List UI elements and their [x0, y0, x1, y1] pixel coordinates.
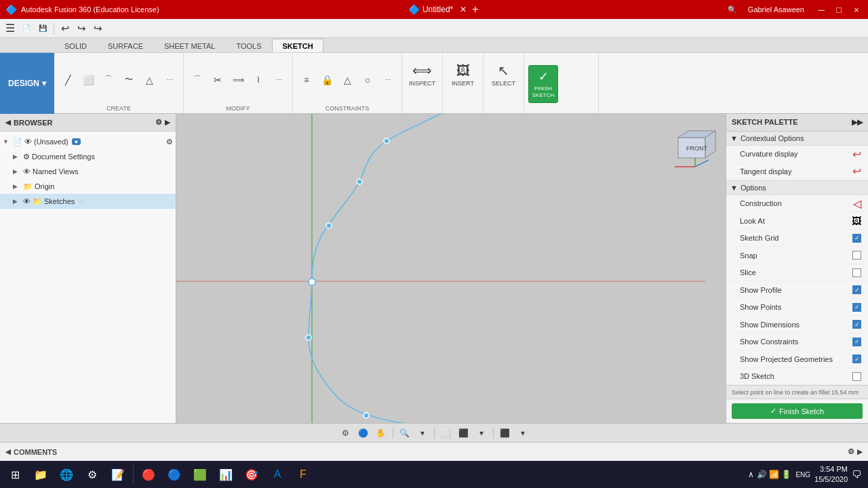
new-btn[interactable]: 📄 — [19, 21, 34, 36]
palette-section-options[interactable]: ▼ Options — [726, 180, 868, 195]
lock-icon[interactable]: 🔒 — [317, 70, 336, 89]
pan-btn[interactable]: 🔵 — [356, 426, 371, 441]
doc-close-icon[interactable]: ✕ — [460, 5, 467, 14]
browser-collapse-icon[interactable]: ◀ — [5, 119, 11, 126]
tab-solid[interactable]: SOLID — [54, 39, 97, 52]
tree-item-named-views[interactable]: ▶ 👁 Named Views — [0, 164, 176, 179]
trim-icon[interactable]: ✂ — [208, 70, 227, 89]
settings-taskbar-btn[interactable]: ⚙ — [80, 462, 104, 487]
triangle-icon[interactable]: △ — [338, 70, 357, 89]
tab-surface[interactable]: SURFACE — [98, 39, 153, 52]
tree-settings-icon[interactable]: ⚙ — [166, 138, 173, 146]
fit-btn[interactable]: ✋ — [374, 426, 389, 441]
tree-item-doc-settings[interactable]: ▶ ⚙ Document Settings — [0, 149, 176, 164]
select-btn[interactable]: ↖ SELECT — [489, 56, 519, 94]
circle-icon[interactable]: ○ — [358, 70, 377, 89]
save-btn[interactable]: 💾 — [35, 21, 50, 36]
zoom-arrow[interactable]: ▾ — [415, 426, 430, 441]
palette-expand-icon[interactable]: ▶▶ — [852, 118, 863, 127]
palette-row-3d-sketch[interactable]: 3D Sketch — [726, 368, 868, 386]
palette-row-show-dimensions[interactable]: Show Dimensions ✓ — [726, 316, 868, 333]
rectangle-icon[interactable]: ⬜ — [79, 70, 98, 89]
insert-btn[interactable]: 🖼 INSERT — [448, 56, 478, 94]
close-btn[interactable]: × — [850, 3, 863, 16]
app3-btn[interactable]: 🟩 — [188, 462, 212, 487]
tree-item-origin[interactable]: ▶ 📁 Origin — [0, 179, 176, 194]
spline-icon[interactable]: 〜 — [119, 70, 138, 89]
more-create[interactable]: ⋯ — [160, 70, 179, 89]
palette-row-show-profile[interactable]: Show Profile ✓ — [726, 281, 868, 299]
grid-arrow[interactable]: ▾ — [474, 426, 489, 441]
tab-tools[interactable]: TOOLS — [226, 39, 271, 52]
palette-row-show-projected[interactable]: Show Projected Geometries ✓ — [726, 350, 868, 368]
redo2-btn[interactable]: ↪ — [90, 21, 105, 36]
tab-sketch[interactable]: SKETCH — [272, 39, 323, 52]
tree-item-unsaved[interactable]: ▼ 📄 👁 (Unsaved) ● ⚙ — [0, 134, 176, 149]
tree-eye-sketches[interactable]: 👁 — [23, 197, 31, 205]
fillet-icon[interactable]: ⌒ — [188, 70, 207, 89]
arc-icon[interactable]: ⌒ — [99, 70, 118, 89]
orbit-btn[interactable]: ⚙ — [338, 426, 353, 441]
palette-row-slice[interactable]: Slice — [726, 264, 868, 282]
browser-expand-icon[interactable]: ▶ — [165, 119, 170, 126]
snap-checkbox[interactable] — [852, 251, 861, 260]
language-indicator[interactable]: ENG — [795, 471, 810, 479]
app1-btn[interactable]: 🔴 — [136, 462, 161, 487]
polygon-icon[interactable]: △ — [140, 70, 159, 89]
start-btn[interactable]: ⊞ — [3, 462, 27, 487]
app2-btn[interactable]: 🔵 — [162, 462, 186, 487]
snap-mode-btn[interactable]: ⬛ — [498, 426, 513, 441]
show-projected-checkbox[interactable]: ✓ — [852, 354, 861, 363]
tab-sheet-metal[interactable]: SHEET METAL — [154, 39, 225, 52]
tree-eye-icon[interactable]: 👁 — [24, 138, 32, 146]
palette-row-show-points[interactable]: Show Points ✓ — [726, 299, 868, 317]
palette-row-tangent[interactable]: Tangent display ↩ — [726, 163, 868, 181]
palette-row-construction[interactable]: Construction ◁ — [726, 195, 868, 213]
comments-collapse[interactable]: ◀ — [5, 448, 11, 455]
canvas[interactable]: FRONT — [176, 114, 726, 423]
app4-btn[interactable]: 📊 — [214, 462, 238, 487]
comments-settings[interactable]: ⚙ — [848, 447, 854, 456]
break-icon[interactable]: ⌇ — [249, 70, 268, 89]
minimize-btn[interactable]: ─ — [815, 3, 827, 16]
notification-icon[interactable]: 🗨 — [852, 469, 861, 480]
tree-item-sketches[interactable]: ▶ 👁 📁 Sketches ··· — [0, 194, 176, 209]
grid-btn[interactable]: ⬛ — [456, 426, 471, 441]
line-icon[interactable]: ╱ — [58, 70, 77, 89]
palette-row-curvature[interactable]: Curvature display ↩ — [726, 146, 868, 163]
look-at-icon-btn[interactable]: 🖼 — [852, 216, 861, 226]
palette-row-snap[interactable]: Snap — [726, 247, 868, 264]
snap-arrow[interactable]: ▾ — [515, 426, 530, 441]
finish-sketch-palette-btn[interactable]: ✓ Finish Sketch — [732, 403, 863, 419]
file-explorer-btn[interactable]: 📁 — [28, 462, 53, 487]
3d-sketch-checkbox[interactable] — [852, 372, 861, 381]
app7-btn[interactable]: F — [291, 462, 315, 487]
add-tab-icon[interactable]: + — [472, 3, 478, 16]
palette-row-sketch-grid[interactable]: Sketch Grid ✓ — [726, 230, 868, 247]
undo-btn[interactable]: ↩ — [58, 21, 73, 36]
maximize-btn[interactable]: □ — [833, 3, 845, 16]
construction-icon-btn[interactable]: ◁ — [853, 197, 861, 210]
app-menu-btn[interactable]: ☰ — [3, 21, 18, 36]
notepad-btn[interactable]: 📝 — [106, 462, 130, 487]
palette-row-look-at[interactable]: Look At 🖼 — [726, 212, 868, 230]
slice-checkbox[interactable] — [852, 268, 861, 277]
view-cube[interactable]: FRONT — [671, 121, 719, 168]
show-points-checkbox[interactable]: ✓ — [852, 303, 861, 312]
design-dropdown[interactable]: DESIGN ▾ — [0, 53, 54, 114]
extend-icon[interactable]: ⟹ — [229, 70, 248, 89]
more-modify[interactable]: ⋯ — [269, 70, 288, 89]
inspect-btn[interactable]: ⟺ INSPECT — [408, 56, 437, 94]
browser-settings-icon[interactable]: ⚙ — [155, 118, 162, 127]
app6-btn[interactable]: A — [265, 462, 290, 487]
show-constraints-checkbox[interactable]: ✓ — [852, 338, 861, 346]
comments-expand[interactable]: ▶ — [857, 448, 863, 455]
sketch-grid-checkbox[interactable]: ✓ — [852, 234, 861, 243]
zoom-btn[interactable]: 🔍 — [397, 426, 412, 441]
display-btn[interactable]: ⬜ — [439, 426, 454, 441]
browser-btn[interactable]: 🌐 — [54, 462, 79, 487]
palette-section-contextual[interactable]: ▼ Contextual Options — [726, 131, 868, 146]
palette-row-show-constraints[interactable]: Show Constraints ✓ — [726, 333, 868, 351]
coincident-icon[interactable]: ≡ — [297, 70, 316, 89]
tangent-icon[interactable]: ↩ — [852, 165, 861, 178]
